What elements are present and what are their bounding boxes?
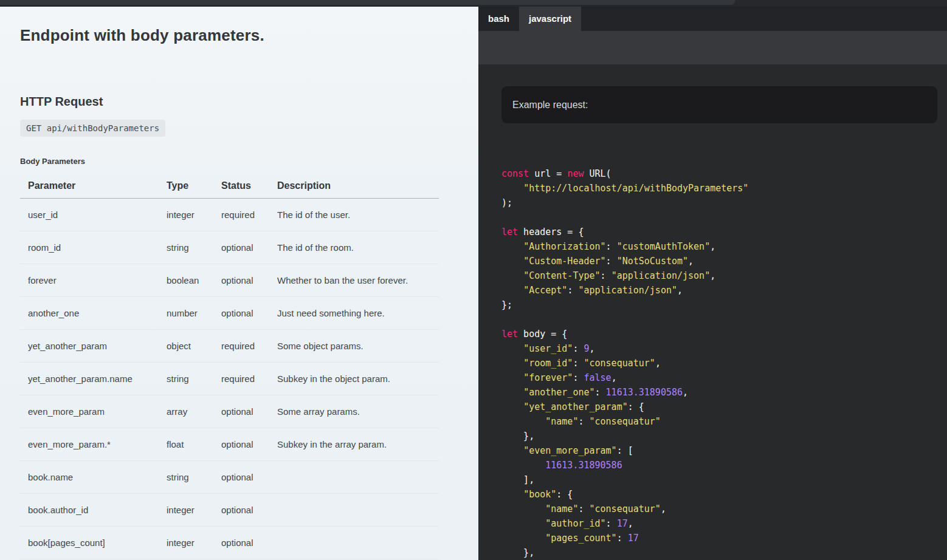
column-header-description: Description [269, 174, 439, 198]
code-sample: const url = new URL( "http://localhost/a… [501, 166, 947, 560]
cell-description: Subkey in the object param. [269, 362, 439, 395]
column-header-parameter: Parameter [20, 174, 159, 198]
cell-description: Whether to ban the user forever. [269, 264, 439, 296]
cell-description: Some array params. [269, 395, 439, 428]
column-header-type: Type [159, 174, 213, 198]
cell-status: optional [213, 460, 269, 493]
cell-type: integer [159, 526, 213, 559]
cell-parameter: forever [20, 264, 159, 296]
language-tabbar: bashjavascript [478, 7, 947, 31]
table-row: yet_another_param.namestringrequiredSubk… [20, 362, 439, 395]
page-title: Endpoint with body parameters. [20, 27, 458, 43]
cell-parameter: another_one [20, 296, 159, 329]
cell-type: string [159, 362, 213, 395]
code-examples-panel: bashjavascript Example request: const ur… [478, 7, 947, 560]
docs-page: Endpoint with body parameters. HTTP Requ… [0, 7, 947, 560]
cell-parameter: yet_another_param [20, 329, 159, 362]
cell-description: The id of the user. [269, 198, 439, 231]
cell-parameter: user_id [20, 198, 159, 231]
tab-bash[interactable]: bash [478, 7, 519, 31]
table-row: room_idstringoptionalThe id of the room. [20, 231, 439, 264]
cell-type: array [159, 395, 213, 428]
table-row: book.namestringoptional [20, 460, 439, 493]
cell-type: string [159, 231, 213, 264]
cell-status: required [213, 198, 269, 231]
cell-type: integer [159, 493, 213, 526]
cell-parameter: even_more_param.* [20, 428, 159, 460]
cell-status: optional [213, 231, 269, 264]
table-row: even_more_param.*floatoptionalSubkey in … [20, 428, 439, 460]
browser-tab-edge [0, 0, 735, 5]
cell-type: object [159, 329, 213, 362]
column-header-status: Status [213, 174, 269, 198]
cell-description [269, 493, 439, 526]
cell-status: optional [213, 296, 269, 329]
tab-javascript[interactable]: javascript [519, 7, 581, 31]
http-request-heading: HTTP Request [20, 95, 458, 108]
browser-chrome-strip [0, 0, 947, 7]
cell-status: optional [213, 264, 269, 296]
endpoint-method-badge: GET api/withBodyParameters [20, 120, 165, 137]
body-parameters-label: Body Parameters [20, 157, 458, 166]
cell-parameter: room_id [20, 231, 159, 264]
cell-description [269, 526, 439, 559]
cell-description: Subkey in the array param. [269, 428, 439, 460]
cell-description: The id of the room. [269, 231, 439, 264]
cell-type: integer [159, 198, 213, 231]
table-row: even_more_paramarrayoptionalSome array p… [20, 395, 439, 428]
cell-type: string [159, 460, 213, 493]
cell-parameter: book.name [20, 460, 159, 493]
docs-content-panel: Endpoint with body parameters. HTTP Requ… [0, 7, 478, 560]
cell-status: optional [213, 395, 269, 428]
table-row: yet_another_paramobjectrequiredSome obje… [20, 329, 439, 362]
cell-parameter: book[pages_count] [20, 526, 159, 559]
table-row: user_idintegerrequiredThe id of the user… [20, 198, 439, 231]
cell-parameter: even_more_param [20, 395, 159, 428]
table-header-row: Parameter Type Status Description [20, 174, 439, 198]
table-row: book[pages_count]integeroptional [20, 526, 439, 559]
cell-description [269, 460, 439, 493]
cell-description: Just need something here. [269, 296, 439, 329]
cell-description: Some object params. [269, 329, 439, 362]
cell-type: float [159, 428, 213, 460]
code-block: const url = new URL( "http://localhost/a… [501, 168, 748, 558]
cell-type: boolean [159, 264, 213, 296]
cell-parameter: book.author_id [20, 493, 159, 526]
table-row: foreverbooleanoptionalWhether to ban the… [20, 264, 439, 296]
cell-status: required [213, 362, 269, 395]
cell-parameter: yet_another_param.name [20, 362, 159, 395]
table-row: book.author_idintegeroptional [20, 493, 439, 526]
table-body: user_idintegerrequiredThe id of the user… [20, 198, 439, 559]
tabbar-spacer [478, 31, 947, 64]
body-parameters-table: Parameter Type Status Description user_i… [20, 174, 439, 559]
cell-status: optional [213, 428, 269, 460]
example-request-label: Example request: [512, 100, 588, 111]
cell-type: number [159, 296, 213, 329]
cell-status: optional [213, 493, 269, 526]
example-request-panel: Example request: [501, 86, 937, 123]
table-row: another_onenumberoptionalJust need somet… [20, 296, 439, 329]
cell-status: optional [213, 526, 269, 559]
cell-status: required [213, 329, 269, 362]
